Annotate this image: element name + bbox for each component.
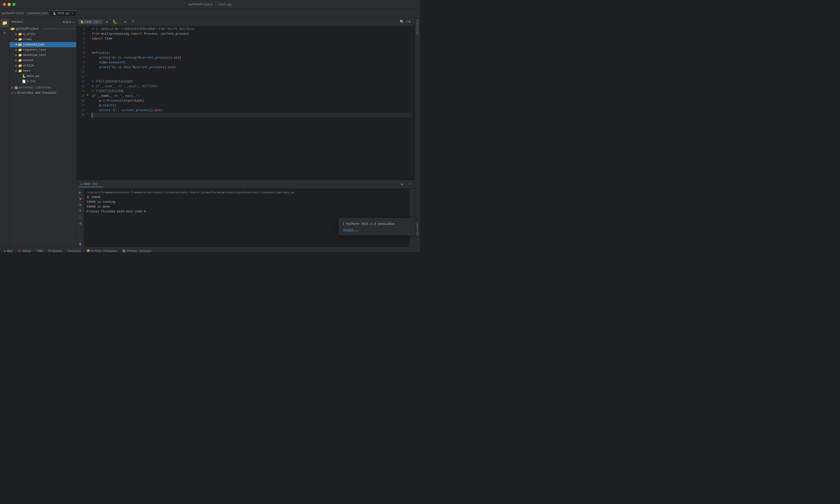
sidebar-item-socket[interactable]: ▶ 📁 socket [10,58,76,63]
toolbar-left: 🐍 test (1) ▾ ▶ 🐛 ⊕ ⏱ [78,19,136,25]
sidebar-item-selenium-test[interactable]: ▶ 📁 selenium_test [10,53,76,58]
a-utils-label: a_utils [23,33,36,36]
sidebar-item-scratches[interactable]: ▶ ✎ Scratches and Consoles [10,90,76,95]
gutter-debug1-icon: ⊙ [87,107,88,111]
venv-folder-icon: 📁 [18,69,22,73]
code-line-7: print('%s is running' % current_process(… [92,55,412,60]
activity-project[interactable]: 📁 [0,19,9,27]
bottom-tab-python-console[interactable]: 🐍 Python Console [120,248,154,252]
bottom-tab-terminal[interactable]: Terminal [65,249,84,252]
scratches-arrow: ▶ [11,91,14,94]
scroll-up-button[interactable]: ▲ [78,202,83,207]
run-body: ▶ ◼ ▲ ▼ ↵ 🖨 🗑 /Library/Frameworks/Python… [76,189,415,247]
bottom-tab-todo-label: TODO [36,250,43,252]
gutter-run-icon[interactable]: ▶ [87,93,89,97]
code-editor[interactable]: # 1. 进程pid:每一个进程在操作系统内都有一个唯一的id号,称之为pid … [91,26,412,180]
locate-icon[interactable]: ⊙ [63,20,65,24]
sidebar-header-label: Project [12,20,23,23]
sidebar-item-crawl[interactable]: ▶ 📁 crawl [10,37,76,42]
run-tab-close[interactable]: × [100,183,101,185]
run-panel-minimize[interactable]: − [406,181,413,188]
scroll-down-button[interactable]: ▼ [78,208,83,214]
bottom-tab-problems[interactable]: Problems [46,249,65,252]
socket-arrow: ▶ [14,59,18,62]
code-line-13: # if __name__ == '__main__'的子代码中 [92,84,412,89]
run-output-line-5: Process finished with exit code 0 [87,209,407,214]
ext-lib-label: External Libraries [19,86,51,89]
settings-icon[interactable]: ⚙ [69,20,71,24]
breadcrumb-module[interactable]: jiekeshijian [27,12,48,15]
bottom-tab-problems-label: Problems [49,250,63,252]
coverage-button[interactable]: ⊕ [122,19,128,25]
run-right-scrollbar[interactable] [409,189,415,247]
ext-lib-arrow: ▶ [11,86,14,89]
bottom-tab-todo[interactable]: TODO [34,249,46,252]
clear-button[interactable]: 🗑 [78,241,83,247]
code-line-6: def task(): [92,51,412,55]
sidebar-item-urllib[interactable]: ▶ 📁 urllib [10,63,76,68]
toolbar-separator [120,20,120,24]
scratches-label: Scratches and Consoles [17,91,57,95]
bottom-tab-python-packages[interactable]: 📦 Python Packages [84,248,120,252]
breadcrumb: pythonProject › jiekeshijian [2,12,48,15]
scratches-icon: ✎ [14,91,16,95]
run-left-bar: ▶ ◼ ▲ ▼ ↵ 🖨 🗑 [76,189,84,247]
bottom-tabs-bar: ▶ Run 🐞 Debug TODO Problems Terminal 📦 P… [0,247,420,252]
minimize-button[interactable] [8,3,11,6]
code-line-8: time.sleep(30) [92,60,412,65]
code-line-1: # 1. 进程pid:每一个进程在操作系统内都有一个唯一的id号,称之为pid [92,27,412,32]
activity-structure[interactable]: ⊞ [0,29,9,37]
run-panel-actions: ⚙ − [399,181,413,188]
jiekeshijian-folder-icon: 📂 [18,43,22,47]
code-line-11 [92,74,412,79]
crawl-arrow: ▶ [14,38,18,41]
sidebar-item-requests-test[interactable]: ▶ 📁 requests_test [10,47,76,53]
run-panel-tabs: ▶ test (1) × ⚙ − [76,180,415,189]
bottom-tab-run[interactable]: ▶ Run [2,248,15,252]
editor-scrollbar[interactable] [412,26,415,180]
collapse-icon[interactable]: ⊟ [66,20,68,24]
sidebar-item-jiekeshijian[interactable]: ▼ 📂 jiekeshijian [10,42,76,47]
right-bar: Structure ADVISORY [415,18,420,247]
bottom-tab-terminal-label: Terminal [67,250,81,252]
notification-update-link[interactable]: Update... [343,228,359,232]
rerun-button[interactable]: ▶ [78,190,83,195]
tree-root[interactable]: ▼ 📂 pythonProject ~/PycharmProjects/pyth… [10,26,76,32]
close-button[interactable] [3,3,6,6]
breadcrumb-project[interactable]: pythonProject [2,12,24,15]
right-bar-advisory[interactable]: ADVISORY [416,220,419,237]
stop-button[interactable]: ◼ [78,196,83,201]
sidebar-item-venv[interactable]: ▶ 📁 venv [10,68,76,74]
crawl-label: crawl [23,38,32,41]
sidebar-item-a-txt[interactable]: 📄 a.txt [10,79,76,84]
editor-tab[interactable]: 🐍 test.py × [50,11,75,16]
sidebar-item-a-utils[interactable]: ▶ 📁 a_utils [10,32,76,37]
titlebar: pythonProject – test.py [0,0,420,9]
more-icon[interactable]: … [72,20,74,24]
python-console-icon: 🐍 [122,249,126,252]
sidebar-item-main-py[interactable]: 🐍 main.py [10,74,76,79]
bottom-tab-debug[interactable]: 🐞 Debug [15,248,33,252]
run-toolbar: 🐍 test (1) ▾ ▶ 🐛 ⊕ ⏱ 🔍 ⚙ [76,18,415,26]
jiekeshijian-arrow: ▼ [14,43,18,46]
debug-button[interactable]: 🐛 [112,19,118,25]
root-folder-icon: 📂 [11,27,15,31]
profile-button[interactable]: ⏱ [129,19,136,25]
wrap-button[interactable]: ↵ [78,215,83,220]
run-tab-test[interactable]: ▶ test (1) × [78,181,103,187]
urllib-folder-icon: 📁 [18,64,22,68]
maximize-button[interactable] [13,3,16,6]
code-line-2: from multiprocessing import Process, cur… [92,32,412,36]
run-panel-settings[interactable]: ⚙ [399,181,405,188]
run-config-dropdown[interactable]: 🐍 test (1) ▾ [78,20,103,24]
activity-bar: 📁 ⊞ [0,18,10,247]
code-line-9: print('%s is done' % current_process().p… [92,65,412,70]
run-button[interactable]: ▶ [104,19,111,25]
editor-tab-close[interactable]: × [72,12,73,15]
right-bar-structure[interactable]: Structure [416,18,419,37]
code-line-4 [92,41,412,46]
sidebar-header: Project ⊙ ⊟ ⚙ … [10,18,76,26]
sidebar-item-external-libraries[interactable]: ▶ 📚 External Libraries [10,85,76,90]
search-button[interactable]: 🔍 [399,19,405,25]
print-button[interactable]: 🖨 [78,221,83,226]
